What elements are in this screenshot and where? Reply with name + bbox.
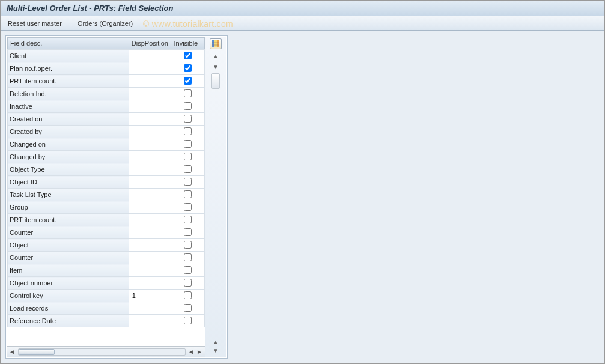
hscroll-track[interactable]: [18, 348, 186, 356]
field-desc-cell[interactable]: Control key: [8, 290, 129, 302]
menu-reset-user-master[interactable]: Reset user master: [5, 19, 64, 28]
table-row: Load records: [8, 302, 205, 315]
invisible-checkbox[interactable]: [184, 153, 192, 160]
invisible-checkbox[interactable]: [184, 253, 192, 261]
field-desc-cell[interactable]: Created by: [8, 126, 129, 138]
table-body: ClientPlan no.f.oper.PRT item count.Dele…: [7, 49, 205, 346]
disp-position-input[interactable]: [131, 265, 169, 276]
invisible-cell: [171, 226, 205, 239]
field-desc-cell[interactable]: Item: [8, 264, 129, 277]
field-desc-cell[interactable]: Changed by: [8, 151, 129, 163]
field-desc-cell[interactable]: PRT item count.: [8, 75, 129, 88]
col-header-inv[interactable]: Invisible: [171, 38, 205, 49]
disp-position-input[interactable]: [131, 290, 169, 301]
invisible-checkbox[interactable]: [184, 291, 192, 299]
disp-position-input[interactable]: [131, 303, 169, 314]
field-desc-cell[interactable]: Counter: [8, 226, 129, 239]
field-desc-cell[interactable]: Load records: [8, 302, 129, 315]
disp-position-input[interactable]: [131, 114, 169, 124]
field-desc-cell[interactable]: Object ID: [8, 176, 129, 189]
disp-position-input[interactable]: [131, 88, 169, 99]
field-desc-cell[interactable]: Changed on: [8, 138, 129, 151]
invisible-cell: [171, 252, 205, 264]
field-desc-cell[interactable]: Group: [8, 201, 129, 214]
invisible-checkbox[interactable]: [184, 241, 192, 249]
disp-position-cell: [129, 277, 171, 290]
invisible-checkbox[interactable]: [184, 228, 192, 236]
field-desc-cell[interactable]: Created on: [8, 113, 129, 126]
disp-position-input[interactable]: [131, 315, 169, 326]
vscroll-down-icon[interactable]: ▼: [211, 62, 220, 71]
table-row: Created on: [8, 113, 205, 126]
invisible-checkbox[interactable]: [184, 52, 192, 59]
field-desc-cell[interactable]: Inactive: [8, 100, 129, 113]
hscroll-page-left-icon[interactable]: ◄: [187, 348, 195, 355]
table-row: Group: [8, 201, 205, 214]
invisible-checkbox[interactable]: [184, 266, 192, 274]
field-desc-cell[interactable]: Plan no.f.oper.: [8, 62, 129, 75]
invisible-checkbox[interactable]: [184, 317, 192, 324]
disp-position-input[interactable]: [131, 227, 169, 238]
vscroll-up-bottom-icon[interactable]: ▲: [211, 338, 220, 346]
col-header-desc[interactable]: Field desc.: [8, 38, 129, 49]
field-desc-cell[interactable]: Reference Date: [8, 315, 129, 327]
table-settings-button[interactable]: [210, 38, 222, 49]
invisible-checkbox[interactable]: [184, 77, 192, 85]
hscroll-pager: ◄ ►: [187, 348, 205, 355]
field-desc-cell[interactable]: Task List Type: [8, 189, 129, 201]
disp-position-input[interactable]: [131, 177, 169, 187]
field-desc-cell[interactable]: Client: [8, 50, 129, 62]
disp-position-input[interactable]: [131, 252, 169, 263]
invisible-cell: [171, 176, 205, 189]
disp-position-input[interactable]: [131, 278, 169, 288]
invisible-cell: [171, 75, 205, 88]
disp-position-input[interactable]: [131, 63, 169, 74]
invisible-cell: [171, 62, 205, 75]
invisible-checkbox[interactable]: [184, 178, 192, 186]
vscroll-down-bottom-icon[interactable]: ▼: [211, 346, 220, 354]
disp-position-input[interactable]: [131, 151, 169, 162]
field-desc-cell[interactable]: Object number: [8, 277, 129, 290]
field-desc-cell[interactable]: Deletion Ind.: [8, 88, 129, 100]
invisible-cell: [171, 201, 205, 214]
field-desc-cell[interactable]: Counter: [8, 252, 129, 264]
col-header-pos[interactable]: DispPosition: [129, 38, 171, 49]
invisible-checkbox[interactable]: [184, 203, 192, 211]
invisible-checkbox[interactable]: [184, 190, 192, 198]
disp-position-input[interactable]: [131, 240, 169, 250]
disp-position-input[interactable]: [131, 76, 169, 86]
field-desc-cell[interactable]: Object: [8, 239, 129, 252]
disp-position-input[interactable]: [131, 164, 169, 175]
disp-position-input[interactable]: [131, 101, 169, 112]
vscroll-up-icon[interactable]: ▲: [211, 52, 220, 60]
invisible-checkbox[interactable]: [184, 127, 192, 135]
table-row: Counter: [8, 252, 205, 264]
hscroll-page-right-icon[interactable]: ►: [195, 348, 204, 355]
invisible-checkbox[interactable]: [184, 216, 192, 223]
hscroll-thumb[interactable]: [19, 349, 55, 355]
disp-position-input[interactable]: [131, 126, 169, 137]
horizontal-scrollbar[interactable]: ◄ ◄ ►: [7, 346, 205, 357]
disp-position-input[interactable]: [131, 202, 169, 213]
disp-position-input[interactable]: [131, 139, 169, 150]
invisible-checkbox[interactable]: [184, 279, 192, 287]
invisible-checkbox[interactable]: [184, 304, 192, 312]
invisible-checkbox[interactable]: [184, 140, 192, 148]
disp-position-input[interactable]: [131, 189, 169, 200]
invisible-checkbox[interactable]: [184, 165, 192, 173]
disp-position-cell: [129, 226, 171, 239]
menu-orders-organizer[interactable]: Orders (Organizer): [75, 19, 135, 28]
field-desc-cell[interactable]: PRT item count.: [8, 214, 129, 226]
invisible-cell: [171, 214, 205, 226]
hscroll-left-icon[interactable]: ◄: [7, 348, 17, 355]
disp-position-input[interactable]: [131, 214, 169, 225]
vscroll-thumb[interactable]: [211, 73, 220, 89]
invisible-checkbox[interactable]: [184, 115, 192, 123]
invisible-checkbox[interactable]: [184, 64, 192, 72]
disp-position-cell: [129, 315, 171, 327]
field-desc-cell[interactable]: Object Type: [8, 163, 129, 176]
disp-position-input[interactable]: [131, 50, 169, 61]
invisible-checkbox[interactable]: [184, 89, 192, 97]
disp-position-cell: [129, 239, 171, 252]
invisible-checkbox[interactable]: [184, 102, 192, 110]
